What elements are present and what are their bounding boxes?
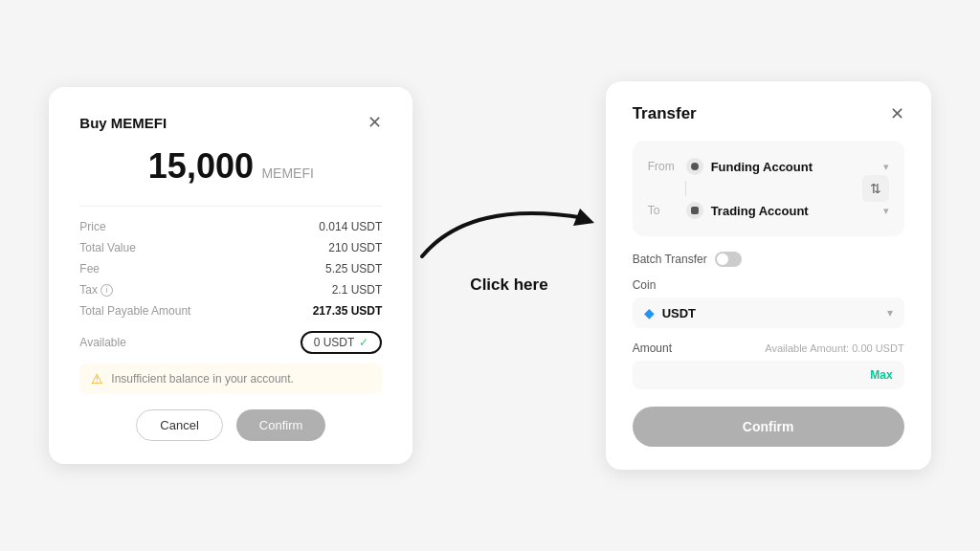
annotation-area: Click here <box>470 256 547 295</box>
amount-display: 15,000 MEMEFI <box>79 146 382 187</box>
amount-number: 15,000 <box>148 146 254 186</box>
confirm-button[interactable]: Confirm <box>236 409 326 441</box>
coin-name: USDT <box>662 306 880 320</box>
toggle-knob <box>717 253 728 265</box>
tax-info-icon[interactable]: i <box>100 284 113 297</box>
transfer-header: Transfer ✕ <box>633 104 904 123</box>
transfer-title: Transfer <box>633 104 697 123</box>
available-value-box: 0 USDT ✓ <box>301 331 383 354</box>
detail-rows: Price 0.014 USDT Total Value 210 USDT Fe… <box>79 206 382 318</box>
fee-row: Fee 5.25 USDT <box>79 262 382 276</box>
from-label: From <box>648 160 679 173</box>
warning-text: Insufficient balance in your account. <box>111 372 294 386</box>
amount-section-header: Amount Available Amount: 0.00 USDT <box>633 342 904 355</box>
coin-section: Coin ◆ USDT ▾ <box>633 278 904 328</box>
coin-select-dropdown[interactable]: ◆ USDT ▾ <box>633 298 904 328</box>
batch-transfer-toggle[interactable] <box>715 252 742 267</box>
usdt-icon: ◆ <box>644 305 655 320</box>
price-value: 0.014 USDT <box>319 220 382 233</box>
batch-row: Batch Transfer <box>633 252 904 267</box>
total-payable-value: 217.35 USDT <box>313 304 383 318</box>
svg-rect-2 <box>691 207 699 214</box>
available-row: Available 0 USDT ✓ <box>79 331 382 354</box>
available-amount-text: Available Amount: 0.00 USDT <box>765 342 903 354</box>
max-button[interactable]: Max <box>870 368 892 382</box>
click-here-label: Click here <box>470 276 547 295</box>
tax-value: 2.1 USDT <box>332 283 383 297</box>
cancel-button[interactable]: Cancel <box>136 409 222 441</box>
panels-container: Buy MEMEFI ✕ 15,000 MEMEFI Price 0.014 U… <box>49 81 930 470</box>
swap-line <box>685 181 686 196</box>
warning-icon: ⚠ <box>91 371 103 386</box>
warning-box: ⚠ Insufficient balance in your account. <box>79 364 382 394</box>
from-to-section: From Funding Account ▾ To Trading Accoun… <box>633 141 904 236</box>
transfer-confirm-button[interactable]: Confirm <box>633 407 904 447</box>
amount-section: Amount Available Amount: 0.00 USDT Max <box>633 342 904 389</box>
to-row: To Trading Account ▾ <box>648 196 889 225</box>
transfer-panel: Transfer ✕ From Funding Account ▾ To <box>606 81 931 470</box>
buy-panel: Buy MEMEFI ✕ 15,000 MEMEFI Price 0.014 U… <box>49 87 412 464</box>
total-value-row: Total Value 210 USDT <box>79 241 382 254</box>
from-account-name: Funding Account <box>711 160 876 174</box>
price-label: Price <box>79 220 105 233</box>
fee-label: Fee <box>79 262 100 276</box>
from-chevron-icon: ▾ <box>883 161 889 173</box>
panel-actions: Cancel Confirm <box>79 409 382 441</box>
arrow-icon <box>412 189 604 276</box>
amount-field-label: Amount <box>633 342 672 355</box>
total-value-label: Total Value <box>79 241 135 254</box>
coin-label: Coin <box>633 278 904 292</box>
to-label: To <box>648 204 679 217</box>
swap-button[interactable]: ⇅ <box>862 175 889 202</box>
buy-panel-close-button[interactable]: ✕ <box>368 114 382 131</box>
page-wrapper: Buy MEMEFI ✕ 15,000 MEMEFI Price 0.014 U… <box>0 0 980 551</box>
available-label: Available <box>79 336 125 349</box>
transfer-close-button[interactable]: ✕ <box>890 105 904 122</box>
batch-transfer-label: Batch Transfer <box>633 253 707 266</box>
trading-account-icon <box>686 202 703 219</box>
amount-input-row[interactable]: Max <box>633 361 904 389</box>
fee-value: 5.25 USDT <box>325 262 382 276</box>
total-payable-row: Total Payable Amount 217.35 USDT <box>79 304 382 318</box>
price-row: Price 0.014 USDT <box>79 220 382 233</box>
available-value: 0 USDT <box>314 336 355 349</box>
panel-header: Buy MEMEFI ✕ <box>79 114 382 131</box>
coin-dropdown-arrow: ▾ <box>887 306 893 320</box>
check-icon: ✓ <box>359 336 368 349</box>
svg-point-1 <box>691 163 699 170</box>
to-chevron-icon: ▾ <box>883 205 889 217</box>
funding-account-icon <box>686 158 703 175</box>
buy-panel-title: Buy MEMEFI <box>79 115 167 131</box>
total-value: 210 USDT <box>328 241 382 254</box>
total-payable-label: Total Payable Amount <box>79 304 190 318</box>
tax-row: Tax i 2.1 USDT <box>79 283 382 297</box>
to-account-name: Trading Account <box>711 204 876 218</box>
from-row: From Funding Account ▾ <box>648 152 889 181</box>
tax-label: Tax i <box>79 283 113 297</box>
amount-token: MEMEFI <box>261 165 313 181</box>
